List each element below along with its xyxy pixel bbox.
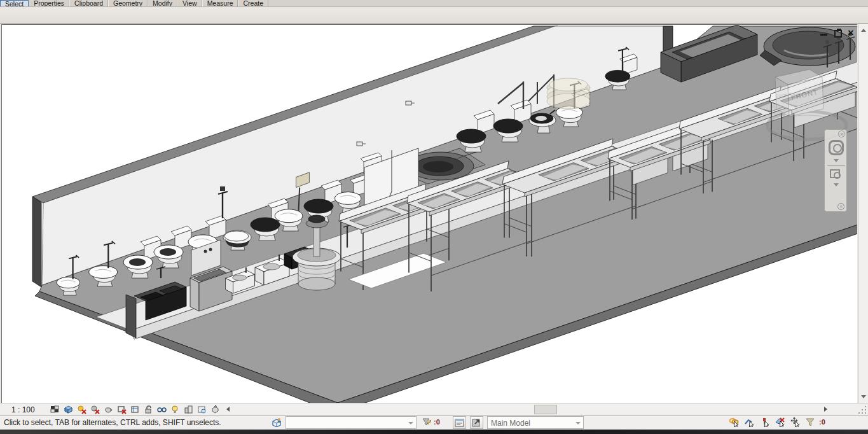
restore-icon[interactable] <box>833 29 842 38</box>
temporary-hide-isolate-icon[interactable] <box>156 404 167 415</box>
vertical-scrollbar[interactable] <box>858 24 868 403</box>
status-hint-text: Click to select, TAB for alternates, CTR… <box>4 418 221 427</box>
worksets-icon[interactable] <box>270 416 284 429</box>
horizontal-scroll-thumb[interactable] <box>534 405 557 414</box>
zoom-menu-caret-icon[interactable] <box>834 183 839 186</box>
active-workset-dropdown[interactable] <box>286 416 417 429</box>
view-scale-button[interactable]: 1 : 100 <box>11 405 35 414</box>
navbar-options-icon[interactable]: ≡ <box>837 203 844 210</box>
select-underlay-elements-icon[interactable] <box>743 416 757 429</box>
bottom-edge-strip <box>0 430 868 434</box>
unlocked-3d-view-icon[interactable] <box>143 404 154 415</box>
wheel-menu-caret-icon[interactable] <box>834 159 839 162</box>
select-links-icon[interactable] <box>728 416 741 429</box>
show-crop-region-icon[interactable] <box>130 404 141 415</box>
selection-filter-icon[interactable] <box>804 416 818 429</box>
view-control-bar: 1 : 100 <box>0 403 868 415</box>
reveal-hidden-icon[interactable] <box>170 404 181 415</box>
worksets-dialog-icon[interactable] <box>453 416 466 429</box>
ribbon-tab-select[interactable]: Select <box>0 0 29 7</box>
scroll-up-icon[interactable] <box>861 29 866 32</box>
ribbon-tab-geometry[interactable]: Geometry <box>108 0 148 7</box>
options-bar <box>0 8 868 24</box>
model-3d-view[interactable]: FRONTFRONT <box>2 25 857 403</box>
selection-filter-count: :0 <box>819 418 825 426</box>
wall-end-left <box>32 197 41 287</box>
ribbon-tab-create[interactable]: Create <box>238 0 268 7</box>
ribbon-tab-measure[interactable]: Measure <box>202 0 238 7</box>
render-dialog-icon[interactable] <box>103 404 114 415</box>
worksharing-display-icon[interactable] <box>183 404 194 415</box>
detail-level-icon[interactable] <box>50 404 60 415</box>
resize-grip[interactable] <box>858 406 866 414</box>
status-bar: Click to select, TAB for alternates, CTR… <box>0 415 868 430</box>
gray-inactive-worksets-icon[interactable] <box>470 416 483 429</box>
crop-view-icon[interactable] <box>116 404 127 415</box>
minimize-icon[interactable] <box>820 29 829 38</box>
chevron-down-icon <box>575 422 581 424</box>
ghostseats-fixture[interactable] <box>547 78 590 109</box>
ribbon-tab-properties[interactable]: Properties <box>29 0 69 7</box>
pad-end-cap <box>126 295 136 338</box>
building-shell <box>32 26 857 403</box>
drag-elements-on-selection-icon[interactable] <box>789 416 803 429</box>
highlight-displacement-icon[interactable] <box>210 404 221 415</box>
editable-only-filter-icon[interactable] <box>420 416 434 429</box>
steering-wheel-icon[interactable] <box>829 140 844 155</box>
scroll-down-icon[interactable] <box>861 395 866 398</box>
shadows-icon[interactable] <box>90 404 100 415</box>
drawing-area[interactable]: FRONTFRONT × x ≡ <box>1 24 857 403</box>
navigation-bar[interactable]: x ≡ <box>824 129 847 212</box>
navbar-close-icon[interactable]: x <box>838 130 845 137</box>
navbar-divider <box>827 165 845 166</box>
chevron-down-icon <box>408 422 413 424</box>
scroll-right-icon[interactable] <box>824 407 827 412</box>
ribbon-tab-modify[interactable]: Modify <box>148 0 177 7</box>
ribbon-tab-clipboard[interactable]: Clipboard <box>69 0 108 7</box>
visual-style-icon[interactable] <box>63 404 74 415</box>
temporary-view-properties-icon[interactable] <box>196 404 207 415</box>
view-window-controls: × <box>820 29 855 38</box>
sun-path-icon[interactable] <box>76 404 87 415</box>
scroll-left-icon[interactable] <box>226 407 230 412</box>
zoom-tool-icon[interactable] <box>830 169 840 178</box>
ribbon-panel-strip: SelectPropertiesClipboardGeometryModifyV… <box>0 0 868 7</box>
editable-only-count: :0 <box>434 418 440 426</box>
select-pinned-elements-icon[interactable] <box>759 416 772 429</box>
horizontal-scrollbar[interactable] <box>224 404 851 415</box>
view-control-icons <box>50 404 221 415</box>
ribbon-tab-view[interactable]: View <box>177 0 202 7</box>
select-elements-by-face-icon[interactable] <box>774 416 787 429</box>
design-options-dropdown[interactable]: Main Model <box>487 416 584 429</box>
close-icon[interactable]: × <box>846 29 855 38</box>
